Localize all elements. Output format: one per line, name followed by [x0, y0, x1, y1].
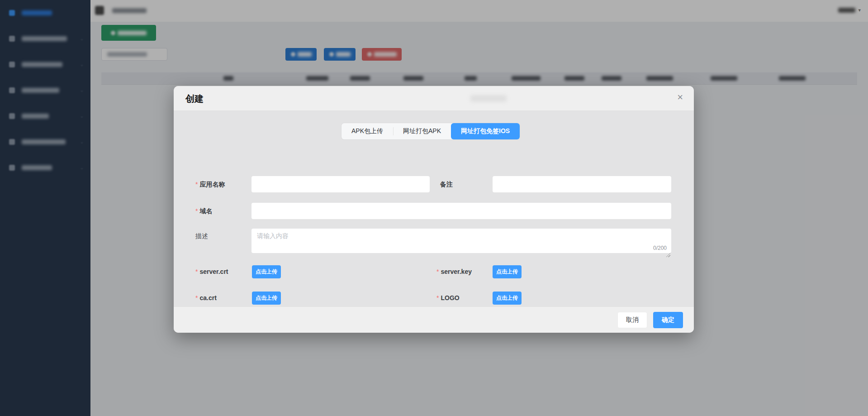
- ghost-watermark: [470, 95, 507, 102]
- tab-url-pack-ios[interactable]: 网址打包免签IOS: [451, 123, 520, 139]
- server-crt-upload-button[interactable]: 点击上传: [252, 265, 281, 278]
- create-dialog: 创建 × APK包上传 网址打包APK 网址打包免签IOS *应用名称 备注 *…: [174, 86, 694, 333]
- required-marker: *: [195, 294, 198, 301]
- ca-crt-label: *ca.crt: [195, 294, 217, 301]
- upload-type-tabs: APK包上传 网址打包APK 网址打包免签IOS: [342, 123, 520, 139]
- required-marker: *: [195, 181, 198, 188]
- description-label: 描述: [195, 232, 208, 240]
- logo-upload-button[interactable]: 点击上传: [493, 292, 522, 305]
- required-marker: *: [195, 207, 198, 215]
- dialog-title: 创建: [185, 93, 204, 105]
- app-name-input[interactable]: [251, 176, 430, 192]
- description-field: 0/200: [251, 229, 671, 253]
- description-textarea[interactable]: [251, 229, 671, 253]
- cancel-button[interactable]: 取消: [617, 312, 647, 328]
- char-counter: 0/200: [653, 245, 667, 251]
- domain-label: *域名: [195, 207, 212, 215]
- server-key-upload-button[interactable]: 点击上传: [493, 265, 522, 278]
- required-marker: *: [195, 268, 198, 275]
- app-name-label: *应用名称: [195, 181, 225, 189]
- required-marker: *: [436, 268, 439, 275]
- domain-input[interactable]: [251, 203, 671, 219]
- dialog-footer: 取消 确定: [174, 306, 694, 333]
- required-marker: *: [436, 294, 439, 301]
- tab-apk-upload[interactable]: APK包上传: [342, 123, 393, 139]
- close-icon[interactable]: ×: [677, 92, 683, 102]
- dialog-body: APK包上传 网址打包APK 网址打包免签IOS *应用名称 备注 *域名 描述…: [174, 111, 694, 306]
- remark-input[interactable]: [493, 176, 671, 192]
- logo-label: *LOGO: [436, 294, 460, 301]
- resize-handle-icon[interactable]: [665, 252, 670, 257]
- confirm-button[interactable]: 确定: [653, 312, 683, 328]
- server-crt-label: *server.crt: [195, 268, 228, 275]
- ca-crt-upload-button[interactable]: 点击上传: [252, 292, 281, 305]
- server-key-label: *server.key: [436, 268, 472, 275]
- dialog-header: 创建 ×: [174, 86, 694, 111]
- remark-label: 备注: [440, 181, 453, 189]
- tab-url-pack-apk[interactable]: 网址打包APK: [393, 123, 451, 139]
